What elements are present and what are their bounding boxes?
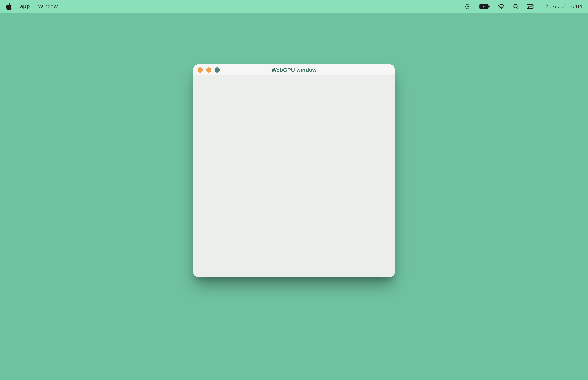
menu-item-window[interactable]: Window bbox=[38, 3, 58, 10]
menu-bar-datetime[interactable]: Thu 6 Jul 10:04 bbox=[542, 3, 582, 10]
window-title-bar[interactable]: WebGPU window bbox=[193, 64, 395, 76]
battery-icon[interactable] bbox=[479, 4, 490, 9]
svg-rect-3 bbox=[489, 5, 490, 7]
menu-bar: app Window bbox=[0, 0, 588, 13]
control-center-icon[interactable] bbox=[527, 4, 533, 9]
menu-bar-right: Thu 6 Jul 10:04 bbox=[465, 3, 582, 10]
window-maximize-button[interactable] bbox=[215, 67, 220, 73]
now-playing-icon[interactable] bbox=[465, 3, 471, 10]
menu-bar-time: 10:04 bbox=[568, 3, 582, 10]
window-minimize-button[interactable] bbox=[206, 67, 211, 73]
window-close-button[interactable] bbox=[198, 67, 203, 73]
menu-item-app-name[interactable]: app bbox=[20, 3, 30, 10]
apple-menu-icon[interactable] bbox=[6, 3, 12, 10]
wifi-icon[interactable] bbox=[498, 4, 505, 9]
window-content bbox=[193, 76, 395, 277]
svg-point-9 bbox=[528, 7, 529, 8]
desktop[interactable]: WebGPU window bbox=[0, 13, 588, 380]
window-traffic-lights bbox=[193, 67, 220, 73]
window-title: WebGPU window bbox=[193, 67, 395, 73]
menu-bar-left: app Window bbox=[6, 3, 57, 10]
app-window[interactable]: WebGPU window bbox=[193, 64, 395, 277]
svg-line-5 bbox=[517, 7, 518, 9]
menu-bar-date: Thu 6 Jul bbox=[542, 3, 565, 10]
desktop-canvas: app Window bbox=[0, 0, 588, 380]
svg-point-7 bbox=[531, 5, 532, 6]
spotlight-search-icon[interactable] bbox=[513, 3, 519, 10]
